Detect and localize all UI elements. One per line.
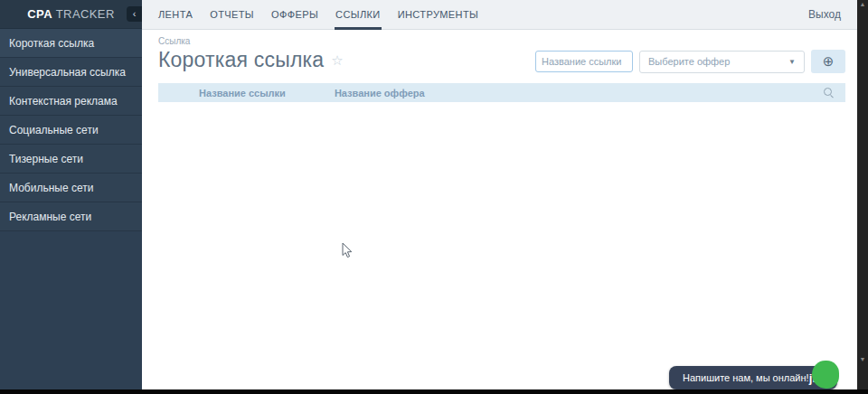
chevron-down-icon: ▼ bbox=[788, 52, 796, 72]
sidebar-header: CPA TRACKER ‹ bbox=[0, 0, 142, 29]
circle-plus-icon: ⊕ bbox=[823, 53, 835, 69]
logout-link[interactable]: Выход bbox=[808, 8, 841, 21]
sidebar: CPA TRACKER ‹ Короткая ссылка Универсаль… bbox=[0, 0, 142, 389]
app-logo-rest: TRACKER bbox=[52, 7, 115, 21]
tab-tools[interactable]: ИНСТРУМЕНТЫ bbox=[397, 0, 480, 30]
offer-select[interactable]: Выберите оффер ▼ bbox=[639, 51, 805, 73]
sidebar-item-label: Рекламные сети bbox=[9, 211, 91, 223]
sidebar-item-label: Универсальная ссылка bbox=[9, 66, 126, 79]
scroll-up-icon[interactable]: ▲ bbox=[860, 0, 866, 9]
table-header: Название ссылки Название оффера bbox=[158, 83, 845, 102]
column-header-link-name: Название ссылки bbox=[199, 88, 286, 98]
tab-reports[interactable]: ОТЧЕТЫ bbox=[209, 0, 255, 30]
offer-select-value: Выберите оффер bbox=[648, 56, 730, 67]
sidebar-item-teaser-networks[interactable]: Тизерные сети bbox=[0, 145, 142, 174]
sidebar-item-label: Тизерные сети bbox=[9, 153, 83, 165]
favorite-star-icon[interactable]: ☆ bbox=[331, 52, 343, 69]
sidebar-item-mobile-networks[interactable]: Мобильные сети bbox=[0, 174, 142, 202]
breadcrumb: Ссылка bbox=[158, 36, 857, 46]
sidebar-item-social-networks[interactable]: Социальные сети bbox=[0, 116, 142, 145]
sidebar-collapse-button[interactable]: ‹ bbox=[127, 6, 142, 22]
bottom-edge-bar bbox=[0, 389, 868, 394]
sidebar-item-label: Социальные сети bbox=[9, 124, 99, 136]
chat-message: Напишите нам, мы онлайн! bbox=[683, 372, 809, 383]
chevron-left-icon: ‹ bbox=[133, 8, 137, 19]
tab-links[interactable]: ССЫЛКИ bbox=[335, 0, 382, 30]
page-header: Ссылка Короткая ссылка ☆ Выберите оффер … bbox=[142, 30, 857, 83]
add-link-button[interactable]: ⊕ bbox=[811, 50, 845, 73]
scroll-down-icon[interactable]: ▼ bbox=[860, 355, 866, 364]
vertical-scrollbar[interactable]: ▲ ▼ bbox=[857, 0, 868, 389]
sidebar-item-label: Мобильные сети bbox=[9, 182, 93, 194]
filter-bar: Выберите оффер ▼ ⊕ bbox=[535, 50, 845, 73]
search-icon[interactable] bbox=[824, 88, 835, 98]
column-header-offer-name: Название оффера bbox=[335, 88, 425, 98]
app-logo: CPA TRACKER bbox=[27, 7, 114, 21]
link-name-input[interactable] bbox=[535, 51, 633, 72]
sidebar-item-universal-link[interactable]: Универсальная ссылка bbox=[0, 58, 142, 87]
sidebar-item-context-ads[interactable]: Контекстная реклама bbox=[0, 87, 142, 116]
chat-widget[interactable]: Напишите нам, мы онлайн! jivo bbox=[669, 366, 837, 389]
sidebar-item-ad-networks[interactable]: Рекламные сети bbox=[0, 202, 142, 231]
sidebar-item-label: Короткая ссылка bbox=[9, 37, 94, 50]
tab-feed[interactable]: ЛЕНТА bbox=[157, 0, 193, 30]
sidebar-item-short-link[interactable]: Короткая ссылка bbox=[0, 29, 142, 58]
jivo-leaf-icon bbox=[812, 361, 839, 389]
main-content: Ссылка Короткая ссылка ☆ Выберите оффер … bbox=[142, 30, 857, 389]
app-logo-bold: CPA bbox=[27, 7, 52, 21]
page-title: Короткая ссылка bbox=[158, 48, 324, 72]
tab-offers[interactable]: ОФФЕРЫ bbox=[270, 0, 319, 30]
top-navigation: ЛЕНТА ОТЧЕТЫ ОФФЕРЫ ССЫЛКИ ИНСТРУМЕНТЫ В… bbox=[142, 0, 857, 30]
sidebar-item-label: Контекстная реклама bbox=[9, 95, 118, 108]
